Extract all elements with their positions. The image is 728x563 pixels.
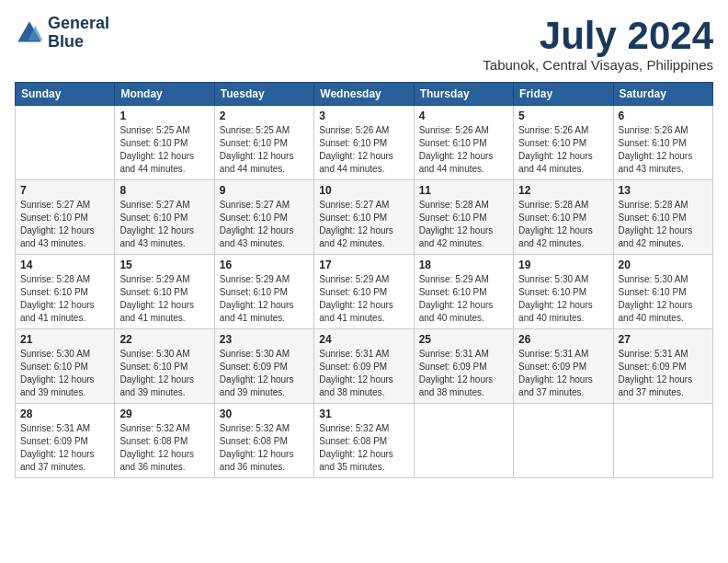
calendar-cell: 25Sunrise: 5:31 AM Sunset: 6:09 PM Dayli…	[414, 329, 513, 404]
logo-text: General Blue	[48, 15, 109, 52]
calendar-cell	[613, 404, 712, 478]
day-info: Sunrise: 5:25 AM Sunset: 6:10 PM Dayligh…	[220, 124, 309, 176]
day-number: 13	[619, 184, 708, 197]
day-number: 25	[419, 333, 508, 346]
calendar-cell: 16Sunrise: 5:29 AM Sunset: 6:10 PM Dayli…	[214, 255, 313, 329]
day-info: Sunrise: 5:26 AM Sunset: 6:10 PM Dayligh…	[419, 124, 508, 176]
day-number: 9	[220, 184, 309, 197]
day-number: 19	[518, 259, 608, 271]
day-info: Sunrise: 5:32 AM Sunset: 6:08 PM Dayligh…	[220, 422, 309, 474]
day-info: Sunrise: 5:28 AM Sunset: 6:10 PM Dayligh…	[518, 199, 608, 250]
weekday-header-tuesday: Tuesday	[214, 83, 313, 106]
day-number: 11	[419, 184, 508, 197]
week-row-2: 7Sunrise: 5:27 AM Sunset: 6:10 PM Daylig…	[16, 180, 713, 255]
day-info: Sunrise: 5:30 AM Sunset: 6:10 PM Dayligh…	[20, 348, 109, 399]
day-number: 8	[119, 184, 209, 197]
day-info: Sunrise: 5:30 AM Sunset: 6:09 PM Dayligh…	[220, 348, 309, 399]
logo: General Blue	[15, 15, 109, 52]
weekday-header-row: SundayMondayTuesdayWednesdayThursdayFrid…	[16, 83, 713, 106]
calendar-cell: 4Sunrise: 5:26 AM Sunset: 6:10 PM Daylig…	[414, 106, 513, 180]
page-header: General Blue July 2024 Tabunok, Central …	[15, 15, 713, 73]
day-info: Sunrise: 5:29 AM Sunset: 6:10 PM Dayligh…	[319, 273, 408, 325]
day-number: 2	[220, 109, 309, 122]
weekday-header-monday: Monday	[115, 83, 214, 106]
logo-icon	[15, 18, 44, 48]
calendar-cell: 22Sunrise: 5:30 AM Sunset: 6:10 PM Dayli…	[115, 329, 214, 404]
weekday-header-wednesday: Wednesday	[314, 83, 414, 106]
day-number: 30	[220, 408, 309, 420]
calendar-cell	[414, 404, 513, 478]
calendar-cell: 20Sunrise: 5:30 AM Sunset: 6:10 PM Dayli…	[613, 255, 712, 329]
day-info: Sunrise: 5:30 AM Sunset: 6:10 PM Dayligh…	[518, 273, 608, 325]
calendar-cell: 26Sunrise: 5:31 AM Sunset: 6:09 PM Dayli…	[514, 329, 613, 404]
day-info: Sunrise: 5:26 AM Sunset: 6:10 PM Dayligh…	[619, 124, 708, 176]
month-title: July 2024	[483, 15, 713, 57]
weekday-header-friday: Friday	[514, 83, 613, 106]
week-row-1: 1Sunrise: 5:25 AM Sunset: 6:10 PM Daylig…	[16, 106, 713, 180]
day-info: Sunrise: 5:28 AM Sunset: 6:10 PM Dayligh…	[419, 199, 508, 250]
week-row-4: 21Sunrise: 5:30 AM Sunset: 6:10 PM Dayli…	[16, 329, 713, 404]
day-number: 17	[319, 259, 408, 271]
day-info: Sunrise: 5:31 AM Sunset: 6:09 PM Dayligh…	[319, 348, 408, 399]
day-info: Sunrise: 5:27 AM Sunset: 6:10 PM Dayligh…	[319, 199, 408, 250]
weekday-header-thursday: Thursday	[414, 83, 513, 106]
day-number: 3	[319, 109, 408, 122]
day-number: 15	[119, 259, 209, 271]
calendar-cell: 10Sunrise: 5:27 AM Sunset: 6:10 PM Dayli…	[314, 180, 414, 255]
day-number: 12	[518, 184, 608, 197]
day-info: Sunrise: 5:32 AM Sunset: 6:08 PM Dayligh…	[119, 422, 209, 474]
calendar-table: SundayMondayTuesdayWednesdayThursdayFrid…	[15, 82, 713, 478]
day-info: Sunrise: 5:27 AM Sunset: 6:10 PM Dayligh…	[119, 199, 209, 250]
calendar-cell: 6Sunrise: 5:26 AM Sunset: 6:10 PM Daylig…	[613, 106, 712, 180]
day-info: Sunrise: 5:31 AM Sunset: 6:09 PM Dayligh…	[419, 348, 508, 399]
day-info: Sunrise: 5:25 AM Sunset: 6:10 PM Dayligh…	[119, 124, 209, 176]
day-number: 29	[119, 408, 209, 420]
calendar-cell: 30Sunrise: 5:32 AM Sunset: 6:08 PM Dayli…	[214, 404, 313, 478]
calendar-cell: 5Sunrise: 5:26 AM Sunset: 6:10 PM Daylig…	[514, 106, 613, 180]
day-info: Sunrise: 5:27 AM Sunset: 6:10 PM Dayligh…	[20, 199, 109, 250]
calendar-cell: 7Sunrise: 5:27 AM Sunset: 6:10 PM Daylig…	[16, 180, 115, 255]
day-number: 16	[220, 259, 309, 271]
day-number: 26	[518, 333, 608, 346]
calendar-cell: 29Sunrise: 5:32 AM Sunset: 6:08 PM Dayli…	[115, 404, 214, 478]
calendar-cell	[16, 106, 115, 180]
calendar-cell: 27Sunrise: 5:31 AM Sunset: 6:09 PM Dayli…	[613, 329, 712, 404]
day-info: Sunrise: 5:30 AM Sunset: 6:10 PM Dayligh…	[619, 273, 708, 325]
calendar-cell: 28Sunrise: 5:31 AM Sunset: 6:09 PM Dayli…	[16, 404, 115, 478]
day-number: 24	[319, 333, 408, 346]
day-info: Sunrise: 5:28 AM Sunset: 6:10 PM Dayligh…	[20, 273, 109, 325]
day-number: 5	[518, 109, 608, 122]
calendar-cell: 24Sunrise: 5:31 AM Sunset: 6:09 PM Dayli…	[314, 329, 414, 404]
calendar-cell: 17Sunrise: 5:29 AM Sunset: 6:10 PM Dayli…	[314, 255, 414, 329]
day-number: 7	[20, 184, 109, 197]
calendar-cell: 19Sunrise: 5:30 AM Sunset: 6:10 PM Dayli…	[514, 255, 613, 329]
calendar-cell: 14Sunrise: 5:28 AM Sunset: 6:10 PM Dayli…	[16, 255, 115, 329]
weekday-header-sunday: Sunday	[16, 83, 115, 106]
day-info: Sunrise: 5:27 AM Sunset: 6:10 PM Dayligh…	[220, 199, 309, 250]
day-number: 31	[319, 408, 408, 420]
day-number: 18	[419, 259, 508, 271]
calendar-cell: 8Sunrise: 5:27 AM Sunset: 6:10 PM Daylig…	[115, 180, 214, 255]
location-title: Tabunok, Central Visayas, Philippines	[483, 57, 713, 73]
day-number: 27	[619, 333, 708, 346]
day-number: 4	[419, 109, 508, 122]
day-number: 1	[119, 109, 209, 122]
day-info: Sunrise: 5:26 AM Sunset: 6:10 PM Dayligh…	[319, 124, 408, 176]
day-info: Sunrise: 5:31 AM Sunset: 6:09 PM Dayligh…	[619, 348, 708, 399]
day-info: Sunrise: 5:29 AM Sunset: 6:10 PM Dayligh…	[419, 273, 508, 325]
day-number: 21	[20, 333, 109, 346]
day-info: Sunrise: 5:29 AM Sunset: 6:10 PM Dayligh…	[119, 273, 209, 325]
calendar-cell: 9Sunrise: 5:27 AM Sunset: 6:10 PM Daylig…	[214, 180, 313, 255]
calendar-cell: 15Sunrise: 5:29 AM Sunset: 6:10 PM Dayli…	[115, 255, 214, 329]
day-number: 10	[319, 184, 408, 197]
week-row-5: 28Sunrise: 5:31 AM Sunset: 6:09 PM Dayli…	[16, 404, 713, 478]
calendar-cell: 18Sunrise: 5:29 AM Sunset: 6:10 PM Dayli…	[414, 255, 513, 329]
calendar-cell: 13Sunrise: 5:28 AM Sunset: 6:10 PM Dayli…	[613, 180, 712, 255]
calendar-cell: 23Sunrise: 5:30 AM Sunset: 6:09 PM Dayli…	[214, 329, 313, 404]
day-info: Sunrise: 5:29 AM Sunset: 6:10 PM Dayligh…	[220, 273, 309, 325]
calendar-cell: 31Sunrise: 5:32 AM Sunset: 6:08 PM Dayli…	[314, 404, 414, 478]
day-number: 14	[20, 259, 109, 271]
calendar-cell: 1Sunrise: 5:25 AM Sunset: 6:10 PM Daylig…	[115, 106, 214, 180]
week-row-3: 14Sunrise: 5:28 AM Sunset: 6:10 PM Dayli…	[16, 255, 713, 329]
day-number: 28	[20, 408, 109, 420]
